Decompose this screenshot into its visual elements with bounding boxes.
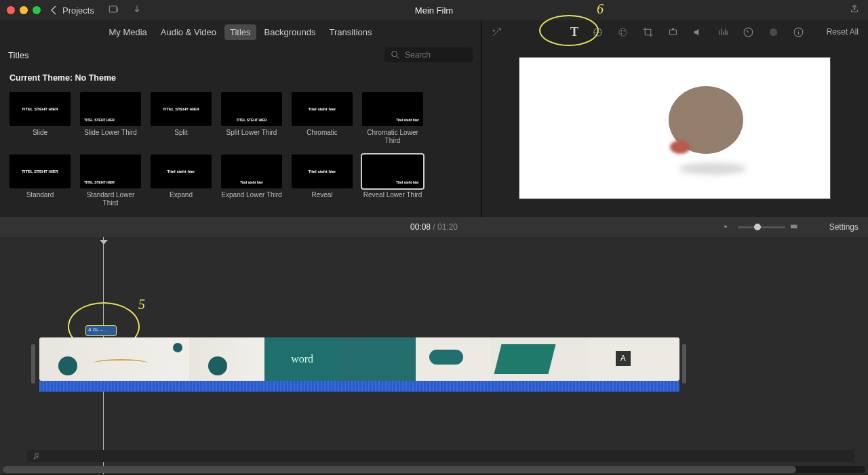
timeline-settings-button[interactable]: Settings — [829, 222, 859, 232]
project-title: Mein Film — [415, 5, 453, 16]
timeline[interactable]: 4.0s – ... 5 word A — [0, 237, 868, 474]
title-thumb: Titel steht hier — [292, 154, 353, 188]
window-titlebar: Projects Mein Film — [0, 0, 868, 20]
volume-icon[interactable] — [692, 26, 704, 38]
title-clip[interactable]: 4.0s – ... — [85, 325, 117, 336]
video-clip-segment[interactable] — [416, 337, 491, 381]
current-theme-label: Current Theme: No Theme — [0, 66, 481, 87]
audio-waveform[interactable] — [39, 381, 679, 392]
tab-transitions[interactable]: Transitions — [323, 24, 377, 40]
title-thumb: TITEL STEHT HIER — [9, 92, 71, 126]
svg-rect-0 — [109, 6, 117, 12]
zoom-in-icon — [789, 222, 800, 232]
timeline-scrollbar[interactable] — [3, 466, 865, 473]
clip-start-handle[interactable] — [31, 344, 35, 384]
video-track[interactable]: word A — [39, 337, 679, 381]
video-clip-segment[interactable] — [39, 337, 189, 381]
speed-icon[interactable] — [743, 26, 754, 38]
crop-icon[interactable] — [642, 26, 654, 38]
title-thumb: TITEL STEHT HIER — [80, 92, 141, 126]
title-thumb-text: TITEL STEHT HIER — [163, 107, 199, 111]
search-icon — [390, 49, 401, 60]
title-preset-chromatic-lower-third[interactable]: Titel steht hierChromatic Lower Third — [362, 92, 423, 145]
title-adjust-icon[interactable]: T — [570, 25, 578, 39]
music-note-icon — [33, 452, 41, 460]
title-thumb-text: Titel steht hier — [396, 118, 419, 122]
media-browser: My Media Audio & Video Titles Background… — [0, 20, 481, 217]
title-caption: Chromatic Lower Third — [362, 129, 423, 145]
title-caption: Expand Lower Third — [221, 191, 282, 199]
title-preset-split[interactable]: TITEL STEHT HIERSplit — [151, 92, 212, 145]
clip-end-handle[interactable] — [682, 344, 686, 384]
annotation-label-5: 5 — [138, 297, 145, 312]
info-icon[interactable] — [793, 26, 804, 38]
svg-point-10 — [770, 28, 777, 35]
tab-titles[interactable]: Titles — [224, 24, 256, 40]
title-thumb: Titel steht hier — [292, 92, 353, 126]
filter-icon[interactable] — [592, 26, 604, 38]
time-separator: / — [431, 222, 437, 232]
enhance-icon[interactable] — [491, 26, 502, 38]
title-caption: Standard — [9, 191, 71, 199]
video-clip-segment[interactable] — [189, 337, 264, 381]
title-preset-reveal[interactable]: Titel steht hierReveal — [292, 154, 353, 207]
title-preset-chromatic[interactable]: Titel steht hierChromatic — [292, 92, 353, 145]
title-thumb-text: Titel steht hier — [167, 169, 195, 173]
title-thumb: TITEL STEHT HIER — [80, 154, 141, 188]
title-preset-slide[interactable]: TITEL STEHT HIERSlide — [9, 92, 71, 145]
title-thumb-text: TITEL STEHT HIER — [22, 107, 58, 111]
title-preset-split-lower-third[interactable]: TITEL STEHT HIERSplit Lower Third — [221, 92, 282, 145]
title-preset-standard-lower-third[interactable]: TITEL STEHT HIERStandard Lower Third — [80, 154, 141, 207]
equalizer-icon[interactable] — [717, 26, 729, 38]
title-preset-reveal-lower-third[interactable]: Titel steht hierReveal Lower Third — [362, 154, 423, 207]
title-thumb: TITEL STEHT HIER — [9, 154, 71, 188]
noise-icon[interactable] — [768, 26, 779, 38]
color-icon[interactable] — [617, 26, 629, 38]
library-icon[interactable] — [108, 4, 120, 16]
share-icon[interactable] — [849, 3, 860, 14]
title-thumb-text: Titel steht hier — [309, 107, 336, 111]
tab-my-media[interactable]: My Media — [103, 24, 152, 40]
search-box[interactable] — [384, 47, 473, 62]
back-to-projects-button[interactable]: Projects — [49, 5, 94, 16]
fullscreen-window-button[interactable] — [33, 6, 41, 14]
media-tabs: My Media Audio & Video Titles Background… — [0, 20, 481, 43]
title-caption: Split Lower Third — [221, 129, 282, 137]
import-icon[interactable] — [131, 4, 143, 16]
zoom-knob[interactable] — [754, 224, 761, 230]
traffic-lights — [7, 6, 41, 14]
zoom-track[interactable] — [738, 226, 785, 228]
clip-letter: A — [616, 351, 631, 366]
title-caption: Expand — [151, 191, 212, 199]
video-clip-segment[interactable]: word — [264, 337, 340, 381]
minimize-window-button[interactable] — [20, 6, 28, 14]
tab-backgrounds[interactable]: Backgrounds — [259, 24, 321, 40]
svg-point-5 — [624, 30, 625, 31]
viewer — [481, 43, 868, 217]
scrollbar-thumb[interactable] — [3, 466, 796, 473]
title-caption: Slide — [9, 129, 71, 137]
viewer-canvas[interactable] — [519, 57, 831, 199]
svg-rect-8 — [672, 28, 674, 29]
svg-rect-13 — [791, 225, 797, 228]
zoom-slider[interactable] — [723, 222, 800, 232]
title-preset-standard[interactable]: TITEL STEHT HIERStandard — [9, 154, 71, 207]
music-lane[interactable] — [27, 450, 854, 462]
title-preset-slide-lower-third[interactable]: TITEL STEHT HIERSlide Lower Third — [80, 92, 141, 145]
svg-point-3 — [619, 28, 627, 35]
title-preset-expand[interactable]: Titel steht hierExpand — [151, 154, 212, 207]
title-caption: Chromatic — [292, 129, 353, 137]
title-preset-expand-lower-third[interactable]: Titel steht hierExpand Lower Third — [221, 154, 282, 207]
title-caption: Standard Lower Third — [80, 191, 141, 207]
viewer-pane: T Reset All 6 — [481, 20, 868, 217]
video-clip-segment[interactable]: A — [589, 337, 679, 381]
reset-all-button[interactable]: Reset All — [827, 27, 859, 37]
video-clip-segment[interactable] — [340, 337, 415, 381]
stabilize-icon[interactable] — [667, 26, 679, 38]
titles-heading: Titles — [8, 50, 29, 60]
close-window-button[interactable] — [7, 6, 15, 14]
search-input[interactable] — [405, 50, 466, 60]
title-thumb: Titel steht hier — [151, 154, 212, 188]
tab-audio-video[interactable]: Audio & Video — [155, 24, 222, 40]
video-clip-segment[interactable] — [491, 337, 589, 381]
